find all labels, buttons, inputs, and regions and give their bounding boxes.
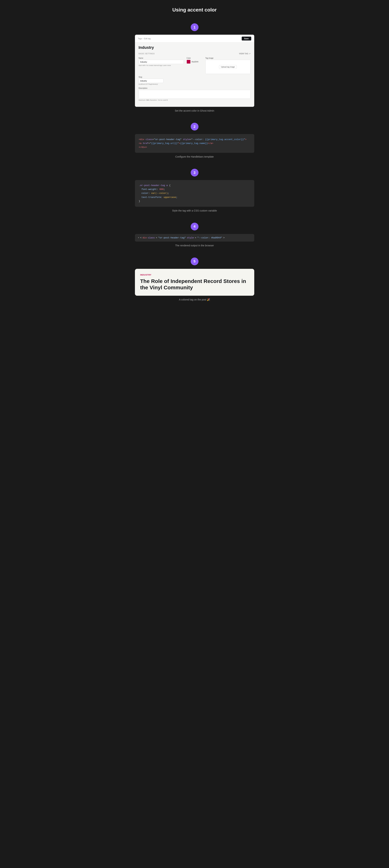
step-1-badge: 1	[191, 23, 198, 31]
slug-url: localhost:2377/tag/industry/	[139, 83, 167, 85]
step-3-caption: Style the tag with a CSS custom variable	[172, 209, 217, 212]
browser-output-block: ▼ <div class="or-post-header-tag" style=…	[135, 234, 254, 242]
page-title: Using accent color	[172, 7, 217, 13]
desc-label: Description	[139, 87, 251, 89]
desc-row: Description Maximum: 500 characters. You…	[139, 87, 251, 101]
name-color-row: Name Start with # to create internal tag…	[139, 57, 251, 74]
code-block-3: .or-post-header-tag a { font-weight: 600…	[135, 180, 254, 207]
color-swatch[interactable]	[187, 60, 191, 64]
slug-field-group: Slug localhost:2377/tag/industry/	[139, 76, 167, 85]
step-1-section: 1 Tags › Edit tag Save Industry BASIC SE…	[135, 23, 254, 112]
name-label: Name	[139, 57, 184, 59]
upload-tag-image-button[interactable]: Upload tag image	[219, 65, 237, 69]
tag-image-field-group: Tag image Upload tag image	[205, 57, 251, 74]
color-field-group: Color #ba0044	[187, 57, 202, 74]
slug-input[interactable]	[139, 79, 163, 83]
breadcrumb: Tags › Edit tag	[138, 37, 151, 40]
char-count: Maximum: 500 characters. You've used 0	[139, 99, 251, 101]
post-card-title: The Role of Independent Record Stores in…	[140, 278, 249, 291]
browser-output-line: ▼ <div class="or-post-header-tag" style=…	[138, 237, 251, 239]
css-line-1: .or-post-header-tag a {	[139, 184, 250, 187]
slug-row: Slug localhost:2377/tag/industry/	[139, 76, 251, 85]
desc-textarea[interactable]	[139, 90, 251, 99]
learn-more-link[interactable]: Learn more	[163, 65, 171, 66]
step-1-caption: Set the accent color in Ghost Admin	[175, 109, 214, 112]
code-line-2: <a href="{{primary_tag.url}}">{{primary_…	[139, 142, 250, 145]
code-line-3: </div>	[139, 145, 250, 149]
color-hex: #ba0044	[192, 61, 198, 63]
triangle-icon: ▼	[138, 237, 139, 239]
step-4-badge: 4	[191, 223, 198, 230]
name-field-group: Name Start with # to create internal tag…	[139, 57, 184, 74]
code-block-2: <div class="or-post-header-tag" style="-…	[135, 134, 254, 153]
step-2-caption: Configure the Handlebars template	[175, 155, 214, 158]
ghost-admin-panel: Tags › Edit tag Save Industry BASIC SETT…	[135, 35, 254, 107]
tag-image-label: Tag image	[205, 57, 251, 59]
step-3-section: 3 .or-post-header-tag a { font-weight: 6…	[135, 169, 254, 212]
name-input[interactable]	[139, 60, 184, 64]
css-line-5: }	[139, 199, 250, 203]
post-card-tag: INDUSTRY	[140, 274, 249, 276]
step-5-caption: A colored tag on the post 🎉	[179, 298, 210, 301]
ghost-admin-content: Industry BASIC SETTINGS View tag ↗ Name …	[135, 42, 254, 106]
css-line-4: text-transform: uppercase;	[139, 195, 250, 199]
section-label: BASIC SETTINGS View tag ↗	[139, 53, 251, 55]
breadcrumb-sep: ›	[143, 37, 143, 40]
step-2-section: 2 <div class="or-post-header-tag" style=…	[135, 123, 254, 158]
css-line-3: color: var(--color);	[139, 191, 250, 195]
step-4-caption: The rendered output in the browser	[175, 244, 214, 247]
css-line-2: font-weight: 600;	[139, 187, 250, 191]
slug-label: Slug	[139, 76, 167, 78]
tag-image-box: Upload tag image	[205, 60, 251, 74]
post-card: INDUSTRY The Role of Independent Record …	[135, 269, 254, 296]
step-3-badge: 3	[191, 169, 198, 177]
view-tag-link[interactable]: View tag ↗	[239, 53, 250, 55]
desc-field-group: Description Maximum: 500 characters. You…	[139, 87, 251, 101]
ghost-admin-topbar: Tags › Edit tag Save	[135, 35, 254, 42]
step-4-section: 4 ▼ <div class="or-post-header-tag" styl…	[135, 223, 254, 247]
breadcrumb-page: Edit tag	[144, 37, 150, 40]
step-5-section: 5 INDUSTRY The Role of Independent Recor…	[135, 257, 254, 301]
step-2-badge: 2	[191, 123, 198, 130]
name-hint: Start with # to create internal tags Lea…	[139, 65, 184, 66]
ghost-page-title: Industry	[139, 45, 251, 50]
save-button[interactable]: Save	[242, 37, 251, 40]
color-label: Color	[187, 57, 202, 59]
step-5-badge: 5	[191, 257, 198, 265]
breadcrumb-tags[interactable]: Tags	[138, 37, 142, 40]
code-line-1: <div class="or-post-header-tag" style="-…	[139, 137, 250, 142]
